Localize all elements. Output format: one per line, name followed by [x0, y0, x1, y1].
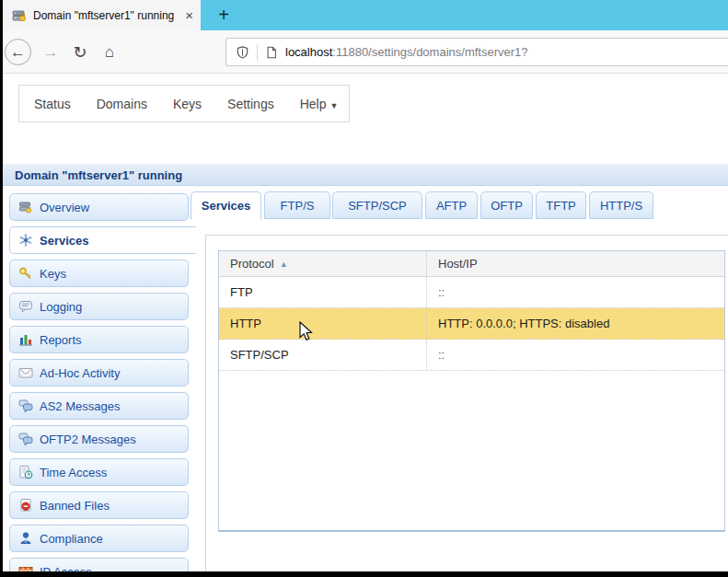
menu-item-help[interactable]: Help▼	[300, 97, 339, 111]
sidebar-item-overview[interactable]: Overview	[9, 193, 189, 221]
chevron-down-icon: ▼	[329, 101, 338, 110]
sort-ascending-icon: ▲	[280, 260, 288, 269]
column-header-protocol[interactable]: Protocol ▲	[219, 251, 427, 276]
url-text: localhost:11880/settings/domains/mftserv…	[285, 45, 528, 59]
tab-ftps[interactable]: FTP/S	[264, 191, 330, 219]
key-icon	[18, 266, 33, 281]
sidebar-item-compliance[interactable]: Compliance	[9, 525, 189, 552]
tab-sftpscp[interactable]: SFTP/SCP	[332, 191, 422, 219]
reports-icon	[18, 332, 33, 347]
table-header-row: Protocol ▲ Host/IP	[219, 251, 724, 277]
messages-icon	[18, 398, 33, 413]
sidebar-item-adhoc-activity[interactable]: Ad-Hoc Activity	[9, 359, 189, 387]
back-button[interactable]: ←	[5, 39, 31, 65]
menu-item-status[interactable]: Status	[34, 97, 71, 111]
table-row-sftpscp[interactable]: SFTP/SCP ::	[219, 340, 724, 371]
shield-icon[interactable]	[236, 45, 249, 60]
mouse-cursor	[299, 321, 313, 341]
tab-title: Domain "mftserver1" running	[33, 9, 179, 22]
sidebar-item-logging[interactable]: Logging	[9, 293, 189, 320]
close-tab-icon[interactable]: ×	[185, 7, 193, 23]
banned-file-icon	[18, 498, 33, 513]
browser-window: Domain "mftserver1" running × + ← → ↻ ⌂ …	[0, 0, 728, 577]
app-menu: Status Domains Keys Settings Help▼	[18, 85, 350, 122]
browser-tab[interactable]: Domain "mftserver1" running ×	[3, 0, 201, 30]
sidebar-item-time-access[interactable]: Time Access	[9, 458, 189, 486]
page-info-icon[interactable]	[265, 45, 278, 60]
table-row-ftp[interactable]: FTP ::	[219, 277, 724, 308]
tab-oftp[interactable]: OFTP	[480, 191, 533, 219]
reload-button[interactable]: ↻	[66, 39, 94, 66]
sidebar-item-as2-messages[interactable]: AS2 Messages	[9, 392, 189, 420]
forward-button[interactable]: →	[37, 39, 64, 66]
domain-status-header: Domain "mftserver1" running	[3, 164, 728, 186]
services-table: Protocol ▲ Host/IP FTP :: HTTP HTTP: 0.0…	[218, 250, 725, 532]
home-button[interactable]: ⌂	[96, 39, 123, 66]
messages-icon	[18, 432, 33, 446]
server-lock-favicon	[12, 8, 27, 23]
menu-item-settings[interactable]: Settings	[227, 97, 274, 111]
web-page: Status Domains Keys Settings Help▼ Domai…	[3, 74, 728, 571]
menu-item-keys[interactable]: Keys	[173, 97, 202, 111]
logging-icon	[18, 299, 33, 314]
url-bar[interactable]: localhost:11880/settings/domains/mftserv…	[225, 38, 728, 66]
sidebar-item-oftp2-messages[interactable]: OFTP2 Messages	[9, 425, 189, 453]
sidebar-item-banned-files[interactable]: Banned Files	[9, 491, 189, 519]
url-path: :11880/settings/domains/mftserver1?	[332, 45, 527, 59]
window-frame-bottom	[0, 571, 728, 577]
clock-document-icon	[18, 465, 33, 479]
menu-item-domains[interactable]: Domains	[97, 97, 147, 111]
envelope-icon	[18, 365, 33, 380]
tab-tftp[interactable]: TFTP	[536, 191, 586, 219]
tab-https[interactable]: HTTP/S	[589, 191, 653, 219]
window-frame-left	[0, 0, 3, 577]
server-icon	[18, 200, 33, 214]
tab-aftp[interactable]: AFTP	[425, 191, 478, 219]
table-row-http[interactable]: HTTP HTTP: 0.0.0.0; HTTPS: disabled	[219, 308, 724, 340]
new-tab-button[interactable]: +	[212, 0, 236, 30]
user-icon	[18, 531, 33, 546]
url-host: localhost	[285, 45, 332, 59]
urlbar-divider	[257, 44, 258, 61]
page-title: Domain "mftserver1" running	[15, 168, 182, 182]
sidebar-item-keys[interactable]: Keys	[9, 260, 189, 287]
browser-titlebar: Domain "mftserver1" running × +	[0, 0, 728, 30]
sidebar-item-services[interactable]: Services	[9, 226, 196, 254]
services-icon	[18, 233, 33, 248]
sidebar-item-reports[interactable]: Reports	[9, 326, 189, 353]
column-header-hostip[interactable]: Host/IP	[427, 251, 724, 276]
tab-services[interactable]: Services	[191, 191, 261, 220]
